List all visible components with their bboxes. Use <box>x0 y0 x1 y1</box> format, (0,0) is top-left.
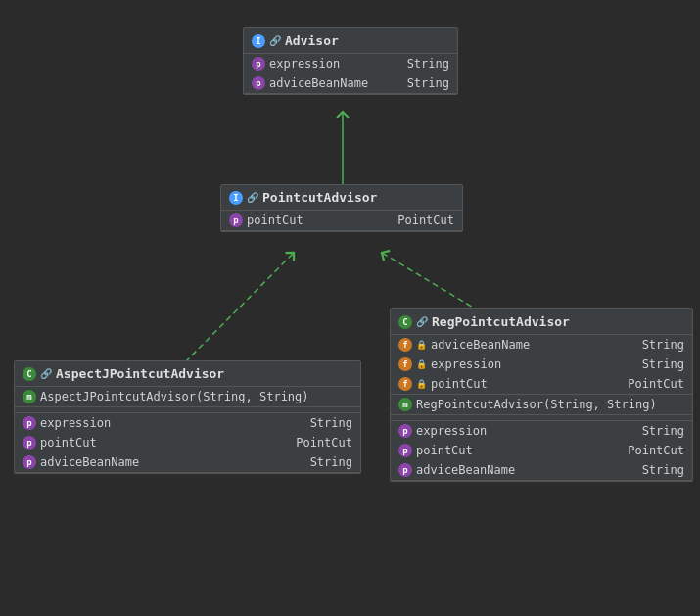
lock-icon: 🔒 <box>416 340 427 350</box>
field-type: String <box>642 357 684 371</box>
field-name: pointCut <box>40 436 292 450</box>
advisor-bean-icon: 🔗 <box>269 35 281 46</box>
field-name: pointCut <box>416 444 624 457</box>
table-row: p adviceBeanName String <box>15 452 360 472</box>
field-name: adviceBeanName <box>269 76 403 90</box>
table-row: m AspectJPointcutAdvisor(String, String) <box>15 387 360 406</box>
field-visibility-icon: f <box>398 338 412 352</box>
table-row: p expression String <box>391 421 692 441</box>
field-type: String <box>642 463 684 477</box>
table-row: m RegPointcutAdvisor(String, String) <box>391 395 692 414</box>
field-type: PointCut <box>628 377 684 391</box>
reg-header: C 🔗 RegPointcutAdvisor <box>391 309 692 335</box>
field-type: String <box>310 416 352 430</box>
advisor-type-icon: I <box>252 34 265 48</box>
advisor-fields-section: p expression String p adviceBeanName Str… <box>244 54 457 94</box>
method-visibility-icon: m <box>23 390 36 403</box>
pointcut-advisor-class-name: PointcutAdvisor <box>262 190 377 205</box>
field-visibility-icon: p <box>23 436 36 450</box>
field-type: PointCut <box>628 444 684 457</box>
field-type: String <box>642 424 684 438</box>
method-visibility-icon: m <box>398 398 412 411</box>
field-name: expression <box>269 57 403 71</box>
field-visibility-icon: p <box>23 416 36 430</box>
field-name: adviceBeanName <box>416 463 638 477</box>
advisor-header: I 🔗 Advisor <box>244 28 457 54</box>
reg-constructors-section: m RegPointcutAdvisor(String, String) <box>391 395 692 415</box>
field-visibility-icon: f <box>398 377 412 391</box>
field-visibility-icon: p <box>252 76 265 90</box>
field-type: PointCut <box>296 436 352 450</box>
reg-class-name: RegPointcutAdvisor <box>432 314 570 329</box>
svg-line-1 <box>185 253 294 362</box>
advisor-class-name: Advisor <box>285 33 339 48</box>
reg-private-fields-section: f 🔒 adviceBeanName String f 🔒 expression… <box>391 335 692 395</box>
table-row: p adviceBeanName String <box>391 460 692 480</box>
table-row: p expression String <box>15 413 360 433</box>
aspectj-fields-section: p expression String p pointCut PointCut … <box>15 413 360 473</box>
field-name: adviceBeanName <box>431 338 638 352</box>
lock-icon: 🔒 <box>416 379 427 389</box>
reg-fields-section: p expression String p pointCut PointCut … <box>391 421 692 481</box>
table-row: p pointCut PointCut <box>15 433 360 452</box>
reg-type-icon: C <box>398 315 412 329</box>
field-visibility-icon: p <box>23 455 36 469</box>
field-name: pointCut <box>431 377 624 391</box>
field-visibility-icon: p <box>398 463 412 477</box>
field-type: String <box>407 57 449 71</box>
table-row: p pointCut PointCut <box>221 211 462 230</box>
pointcut-advisor-header: I 🔗 PointcutAdvisor <box>221 185 462 211</box>
field-type: String <box>407 76 449 90</box>
field-name: expression <box>431 357 638 371</box>
aspectj-pointcut-advisor-class: C 🔗 AspectJPointcutAdvisor m AspectJPoin… <box>14 360 361 474</box>
field-type: String <box>642 338 684 352</box>
aspectj-header: C 🔗 AspectJPointcutAdvisor <box>15 361 360 387</box>
aspectj-bean-icon: 🔗 <box>40 368 52 379</box>
field-visibility-icon: p <box>398 444 412 457</box>
pointcut-advisor-type-icon: I <box>229 191 243 205</box>
table-row: p pointCut PointCut <box>391 441 692 460</box>
table-row: f 🔒 pointCut PointCut <box>391 374 692 394</box>
table-row: f 🔒 adviceBeanName String <box>391 335 692 355</box>
table-row: p expression String <box>244 54 457 73</box>
field-name: adviceBeanName <box>40 455 306 469</box>
field-visibility-icon: p <box>229 213 243 227</box>
reg-bean-icon: 🔗 <box>416 316 428 327</box>
constructor-name: RegPointcutAdvisor(String, String) <box>416 398 684 411</box>
aspectj-type-icon: C <box>23 367 36 381</box>
field-type: PointCut <box>397 213 454 227</box>
lock-icon: 🔒 <box>416 359 427 369</box>
field-visibility-icon: p <box>398 424 412 438</box>
advisor-class: I 🔗 Advisor p expression String p advice… <box>243 27 458 95</box>
field-name: expression <box>40 416 306 430</box>
reg-pointcut-advisor-class: C 🔗 RegPointcutAdvisor f 🔒 adviceBeanNam… <box>390 308 693 482</box>
pointcut-advisor-fields-section: p pointCut PointCut <box>221 211 462 231</box>
diagram-canvas: I 🔗 Advisor p expression String p advice… <box>0 0 700 616</box>
aspectj-constructors-section: m AspectJPointcutAdvisor(String, String) <box>15 387 360 407</box>
field-name: expression <box>416 424 638 438</box>
field-visibility-icon: f <box>398 357 412 371</box>
svg-line-2 <box>382 253 480 311</box>
field-visibility-icon: p <box>252 57 265 71</box>
field-name: pointCut <box>247 213 394 227</box>
pointcut-advisor-class: I 🔗 PointcutAdvisor p pointCut PointCut <box>220 184 463 232</box>
aspectj-class-name: AspectJPointcutAdvisor <box>56 366 224 381</box>
table-row: p adviceBeanName String <box>244 73 457 93</box>
table-row: f 🔒 expression String <box>391 355 692 374</box>
pointcut-advisor-bean-icon: 🔗 <box>247 192 258 203</box>
constructor-name: AspectJPointcutAdvisor(String, String) <box>40 390 352 403</box>
field-type: String <box>310 455 352 469</box>
